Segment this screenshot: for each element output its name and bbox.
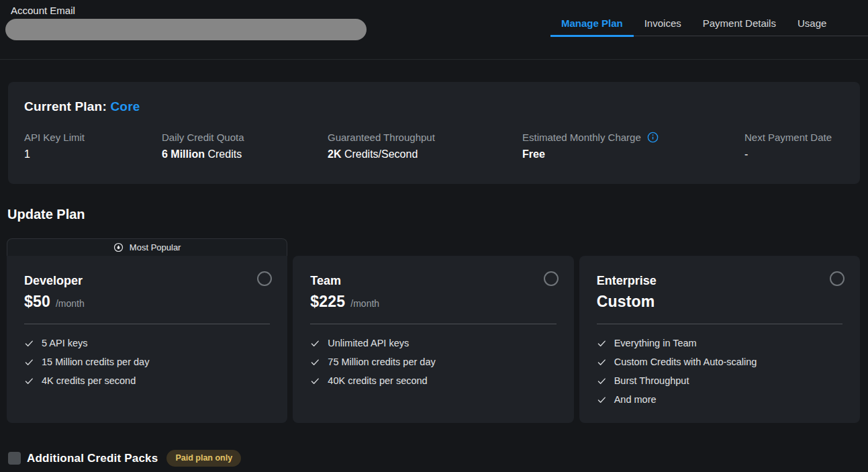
- tab-invoices[interactable]: Invoices: [634, 15, 692, 37]
- plan-divider: [597, 324, 842, 324]
- account-email-input[interactable]: [5, 19, 367, 40]
- stat-label: Guaranteed Throughput: [328, 132, 435, 143]
- plan-column: Most Popular Enterprise Custom Everythin…: [579, 238, 860, 423]
- plan-column: Most Popular Developer $50 /month 5 API …: [7, 238, 287, 423]
- plan-divider: [310, 324, 556, 324]
- plan-stats: API Key Limit 1 Daily Credit Quota 6 Mil…: [24, 132, 844, 160]
- plan-feature: Burst Throughput: [597, 375, 842, 386]
- credit-packs-checkbox[interactable]: [8, 452, 21, 465]
- plan-period: /month: [56, 298, 85, 309]
- plan-feature-text: 15 Million credits per day: [42, 357, 149, 367]
- plan-feature-text: Unlimited API keys: [328, 338, 409, 348]
- plan-divider: [24, 324, 270, 324]
- paid-plan-only-badge: Paid plan only: [166, 450, 241, 467]
- stat-value: 2K Credits/Second: [328, 148, 522, 160]
- plan-feature: Everything in Team: [597, 338, 842, 348]
- plan-feature-text: 4K credits per second: [42, 375, 136, 386]
- plan-card-team[interactable]: Team $225 /month Unlimited API keys 75 M…: [293, 256, 573, 423]
- plan-feature-list: Everything in Team Custom Credits with A…: [597, 338, 842, 405]
- plan-feature: 5 API keys: [24, 338, 270, 348]
- plan-radio[interactable]: [830, 271, 845, 286]
- stat-value: 6 Million Credits: [162, 148, 328, 160]
- plan-feature: Unlimited API keys: [310, 338, 556, 348]
- current-plan-card: Current Plan: Core API Key Limit 1 Daily…: [8, 82, 860, 184]
- plan-price: Custom: [597, 293, 655, 311]
- plan-stat: API Key Limit 1: [24, 132, 162, 160]
- stat-value: 1: [24, 148, 162, 160]
- plan-card-enterprise[interactable]: Enterprise Custom Everything in Team Cus…: [579, 256, 860, 423]
- plan-feature: Custom Credits with Auto-scaling: [597, 357, 842, 367]
- plan-feature-text: Everything in Team: [614, 338, 697, 348]
- credit-packs-row: Additional Credit Packs Paid plan only: [8, 450, 241, 467]
- plan-feature-list: Unlimited API keys 75 Million credits pe…: [310, 338, 556, 386]
- plan-feature: 40K credits per second: [310, 375, 556, 386]
- tab-manage-plan[interactable]: Manage Plan: [550, 15, 634, 37]
- tab-usage[interactable]: Usage: [787, 15, 837, 37]
- page-header: Account Email Manage Plan Invoices Payme…: [0, 0, 868, 60]
- check-icon: [597, 357, 607, 367]
- plan-feature-text: Custom Credits with Auto-scaling: [614, 357, 757, 367]
- plan-feature-text: 75 Million credits per day: [328, 357, 435, 367]
- plan-feature-text: 40K credits per second: [328, 375, 427, 386]
- plan-period: /month: [350, 298, 379, 309]
- current-plan-title: Current Plan: Core: [24, 99, 844, 114]
- most-popular-banner: Most Popular: [7, 238, 287, 256]
- check-icon: [597, 338, 607, 348]
- plan-feature-text: 5 API keys: [42, 338, 88, 348]
- plan-name: Enterprise: [597, 274, 842, 288]
- stat-value: -: [744, 148, 844, 160]
- check-icon: [24, 376, 34, 386]
- current-plan-name: Core: [110, 99, 140, 113]
- most-popular-label: Most Popular: [130, 242, 181, 252]
- plan-stat: Estimated Monthly Charge Free: [522, 132, 744, 160]
- check-icon: [24, 338, 34, 348]
- billing-tab-bar: Manage Plan Invoices Payment Details Usa…: [550, 15, 868, 36]
- billing-page: Account Email Manage Plan Invoices Payme…: [0, 0, 868, 472]
- plan-feature-list: 5 API keys 15 Million credits per day 4K…: [24, 338, 270, 386]
- plan-column: Most Popular Team $225 /month Unlimited …: [293, 238, 573, 423]
- tab-payment-details[interactable]: Payment Details: [692, 15, 787, 37]
- plan-feature: 75 Million credits per day: [310, 357, 556, 367]
- plan-stat: Next Payment Date -: [744, 132, 844, 160]
- plan-stat: Daily Credit Quota 6 Million Credits: [162, 132, 328, 160]
- plans-grid: Most Popular Developer $50 /month 5 API …: [7, 238, 860, 423]
- check-icon: [310, 357, 320, 367]
- current-plan-title-prefix: Current Plan:: [24, 99, 110, 113]
- plan-name: Team: [310, 274, 556, 288]
- check-icon: [310, 376, 320, 386]
- stat-label: Next Payment Date: [744, 132, 832, 143]
- check-icon: [597, 376, 607, 386]
- stat-label: API Key Limit: [24, 132, 85, 143]
- info-icon[interactable]: [647, 132, 659, 143]
- account-email-label: Account Email: [11, 5, 75, 16]
- plan-feature: 15 Million credits per day: [24, 357, 270, 367]
- plan-card-developer[interactable]: Developer $50 /month 5 API keys 15 Milli…: [7, 256, 287, 423]
- stat-label: Daily Credit Quota: [162, 132, 244, 143]
- plan-name: Developer: [24, 274, 270, 288]
- stat-label: Estimated Monthly Charge: [522, 132, 641, 143]
- plan-feature-text: Burst Throughput: [614, 375, 689, 386]
- plan-feature-text: And more: [614, 394, 657, 405]
- plan-price: $50: [24, 293, 50, 311]
- update-plan-heading: Update Plan: [7, 207, 85, 222]
- plan-feature: And more: [597, 394, 842, 405]
- flame-icon: [113, 242, 124, 252]
- check-icon: [24, 357, 34, 367]
- credit-packs-label: Additional Credit Packs: [27, 452, 158, 465]
- plan-stat: Guaranteed Throughput 2K Credits/Second: [328, 132, 522, 160]
- plan-feature: 4K credits per second: [24, 375, 270, 386]
- plan-radio[interactable]: [544, 271, 559, 286]
- check-icon: [597, 395, 607, 405]
- stat-value: Free: [522, 148, 744, 160]
- plan-price: $225: [310, 293, 345, 311]
- check-icon: [310, 338, 320, 348]
